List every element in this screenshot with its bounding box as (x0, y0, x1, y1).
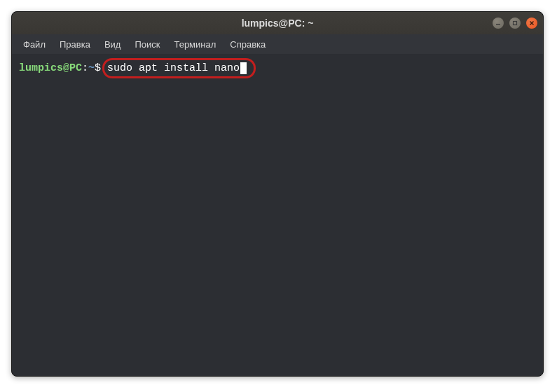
menu-search[interactable]: Поиск (129, 37, 165, 52)
prompt-colon: : (82, 61, 88, 76)
command-highlight: sudo apt install nano (102, 58, 256, 78)
command-text: sudo apt install nano (107, 62, 240, 74)
prompt-path: ~ (88, 61, 95, 76)
terminal-content[interactable]: lumpics@PC:~$sudo apt install nano (12, 54, 543, 83)
window-controls (493, 18, 537, 29)
svg-rect-0 (496, 24, 500, 25)
prompt-user: lumpics@PC (19, 61, 82, 76)
maximize-icon (512, 20, 518, 26)
minimize-icon (495, 20, 501, 26)
menu-bar: Файл Правка Вид Поиск Терминал Справка (12, 34, 543, 54)
window-title: lumpics@PC: ~ (242, 18, 314, 29)
svg-rect-1 (514, 22, 517, 25)
close-icon (529, 20, 535, 26)
close-button[interactable] (526, 18, 537, 29)
prompt-dollar: $ (95, 61, 101, 76)
prompt-line: lumpics@PC:~$sudo apt install nano (19, 58, 536, 78)
menu-file[interactable]: Файл (18, 37, 51, 52)
menu-help[interactable]: Справка (224, 37, 271, 52)
terminal-window: lumpics@PC: ~ Файл Правка Вид (11, 11, 544, 377)
title-bar: lumpics@PC: ~ (12, 12, 543, 34)
maximize-button[interactable] (509, 18, 521, 29)
menu-terminal[interactable]: Терминал (168, 37, 221, 52)
minimize-button[interactable] (493, 18, 504, 29)
menu-view[interactable]: Вид (99, 37, 127, 52)
menu-edit[interactable]: Правка (54, 37, 96, 52)
cursor (240, 62, 247, 74)
